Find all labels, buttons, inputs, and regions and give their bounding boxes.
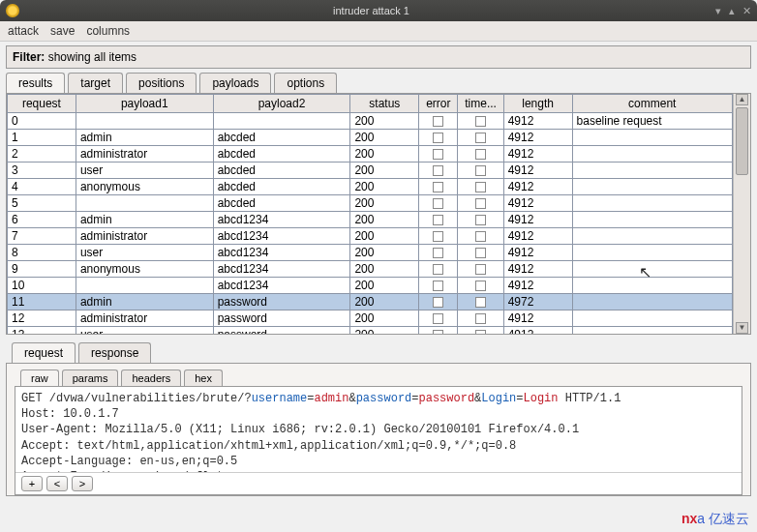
table-cell	[419, 163, 458, 179]
close-button[interactable]: ✕	[742, 5, 751, 17]
col-payload1[interactable]: payload1	[76, 95, 213, 113]
scroll-thumb[interactable]	[736, 107, 748, 175]
timeout-checkbox[interactable]	[475, 330, 486, 334]
error-checkbox[interactable]	[433, 165, 443, 176]
add-button[interactable]: +	[21, 476, 43, 491]
col-status[interactable]: status	[350, 95, 419, 113]
error-checkbox[interactable]	[433, 281, 443, 291]
table-cell: abcd1234	[213, 245, 350, 261]
maximize-button[interactable]: ▴	[729, 5, 735, 17]
timeout-checkbox[interactable]	[475, 133, 486, 143]
results-table[interactable]: request payload1 payload2 status error t…	[7, 94, 733, 334]
timeout-checkbox[interactable]	[475, 182, 486, 192]
table-row[interactable]: 02004912baseline request	[8, 113, 733, 130]
timeout-checkbox[interactable]	[475, 248, 486, 258]
error-checkbox[interactable]	[433, 264, 443, 275]
timeout-checkbox[interactable]	[475, 231, 486, 242]
scroll-down-icon[interactable]: ▼	[736, 322, 748, 334]
minimize-button[interactable]: ▾	[715, 5, 721, 17]
menu-save[interactable]: save	[50, 24, 75, 38]
timeout-checkbox[interactable]	[475, 198, 486, 209]
table-row[interactable]: 6adminabcd12342004912	[8, 212, 733, 228]
table-cell	[572, 327, 732, 335]
timeout-checkbox[interactable]	[475, 116, 486, 127]
table-row[interactable]: 11adminpassword2004972	[8, 294, 733, 310]
next-button[interactable]: >	[72, 476, 93, 491]
tab-options[interactable]: options	[274, 73, 337, 93]
col-timeout[interactable]: time...	[458, 95, 503, 113]
table-cell: 200	[350, 294, 419, 310]
table-cell: 200	[350, 261, 419, 278]
error-checkbox[interactable]	[433, 198, 443, 209]
filter-bar[interactable]: Filter: showing all items	[6, 45, 751, 69]
error-checkbox[interactable]	[433, 215, 443, 225]
col-error[interactable]: error	[419, 95, 458, 113]
results-panel: request payload1 payload2 status error t…	[6, 93, 751, 335]
table-row[interactable]: 4anonymousabcded2004912	[8, 179, 733, 195]
col-comment[interactable]: comment	[572, 95, 732, 113]
nav-buttons: + < >	[15, 472, 742, 494]
table-cell	[458, 245, 503, 261]
table-row[interactable]: 3userabcded2004912	[8, 163, 733, 179]
table-row[interactable]: 2administratorabcded2004912	[8, 146, 733, 163]
error-checkbox[interactable]	[433, 149, 443, 160]
col-payload2[interactable]: payload2	[213, 95, 350, 113]
table-cell: 6	[8, 212, 76, 228]
timeout-checkbox[interactable]	[475, 149, 486, 160]
table-row[interactable]: 9anonymousabcd12342004912	[8, 261, 733, 278]
prev-button[interactable]: <	[46, 476, 68, 491]
detail-panel: raw params headers hex GET /dvwa/vulnera…	[6, 363, 751, 496]
tab-params[interactable]: params	[62, 369, 119, 386]
table-cell: password	[213, 327, 350, 335]
table-cell: 4912	[503, 278, 572, 294]
window-controls: ▾ ▴ ✕	[715, 5, 751, 17]
table-cell	[76, 278, 213, 294]
tab-target[interactable]: target	[68, 73, 123, 93]
timeout-checkbox[interactable]	[475, 165, 486, 176]
table-cell: admin	[76, 294, 213, 310]
error-checkbox[interactable]	[433, 133, 443, 143]
tab-positions[interactable]: positions	[126, 73, 197, 93]
timeout-checkbox[interactable]	[475, 297, 486, 308]
table-cell	[419, 261, 458, 278]
tab-results[interactable]: results	[6, 73, 65, 93]
table-row[interactable]: 1adminabcded2004912	[8, 130, 733, 146]
col-request[interactable]: request	[8, 95, 76, 113]
table-cell: abcded	[213, 130, 350, 146]
table-row[interactable]: 13userpassword2004912	[8, 327, 733, 335]
menu-columns[interactable]: columns	[86, 24, 130, 38]
table-row[interactable]: 10abcd12342004912	[8, 278, 733, 294]
table-cell: 200	[350, 245, 419, 261]
tab-raw[interactable]: raw	[20, 369, 59, 386]
col-length[interactable]: length	[503, 95, 572, 113]
table-cell	[419, 278, 458, 294]
table-row[interactable]: 12administratorpassword2004912	[8, 310, 733, 327]
tab-payloads[interactable]: payloads	[199, 73, 271, 93]
results-scrollbar[interactable]: ▲ ▼	[733, 94, 750, 334]
error-checkbox[interactable]	[433, 182, 443, 192]
error-checkbox[interactable]	[433, 313, 443, 324]
table-row[interactable]: 7administratorabcd12342004912	[8, 228, 733, 245]
error-checkbox[interactable]	[433, 330, 443, 334]
raw-request-text[interactable]: GET /dvwa/vulnerabilities/brute/?usernam…	[15, 387, 742, 472]
timeout-checkbox[interactable]	[475, 313, 486, 324]
error-checkbox[interactable]	[433, 297, 443, 308]
error-checkbox[interactable]	[433, 116, 443, 127]
table-row[interactable]: 5abcded2004912	[8, 195, 733, 212]
error-checkbox[interactable]	[433, 231, 443, 242]
tab-hex[interactable]: hex	[184, 369, 223, 386]
tab-headers[interactable]: headers	[121, 369, 181, 386]
table-cell: 4912	[503, 245, 572, 261]
table-row[interactable]: 8userabcd12342004912	[8, 245, 733, 261]
tab-response[interactable]: response	[78, 342, 151, 363]
timeout-checkbox[interactable]	[475, 215, 486, 225]
menu-attack[interactable]: attack	[8, 24, 39, 38]
error-checkbox[interactable]	[433, 248, 443, 258]
table-cell: 12	[8, 310, 76, 327]
table-cell: 7	[8, 228, 76, 245]
timeout-checkbox[interactable]	[475, 264, 486, 275]
tab-request[interactable]: request	[12, 342, 76, 363]
raw-tabs: raw params headers hex	[9, 369, 748, 386]
scroll-up-icon[interactable]: ▲	[736, 94, 748, 105]
timeout-checkbox[interactable]	[475, 281, 486, 291]
